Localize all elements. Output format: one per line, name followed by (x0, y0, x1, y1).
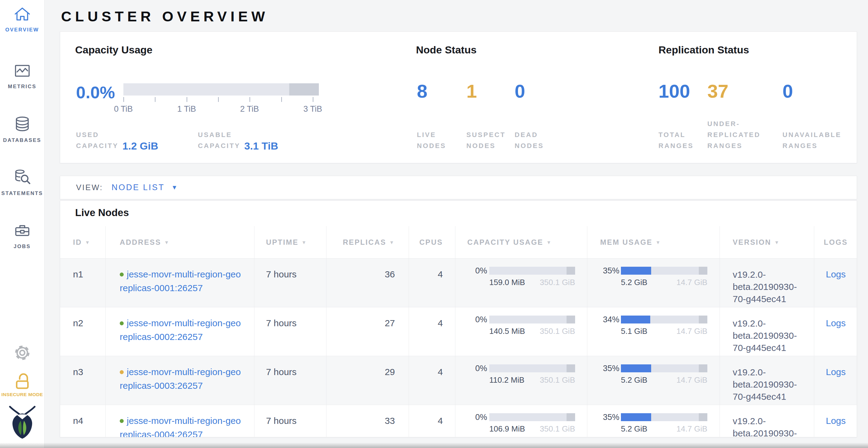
status-dot (120, 321, 124, 325)
usable-capacity-value: 3.1 TiB (244, 140, 278, 152)
node-version: v19.2.0- beta.20190930- 70-g445ec41 (733, 318, 797, 353)
node-address-cell: jesse-movr-multi-region-geo replicas-000… (106, 356, 254, 405)
node-logs-cell: Logs (814, 356, 857, 405)
capacity-percent: 0% (455, 267, 487, 275)
node-version-cell: v19.2.0- beta.20190930- 70-g445ec41 (720, 356, 814, 405)
window-bottom-shadow (0, 443, 868, 448)
view-selector[interactable]: NODE LIST (112, 183, 165, 192)
total-ranges-label: TOTAL RANGES (658, 129, 693, 151)
mem-meter (621, 267, 707, 275)
capacity-used: 140.5 MiB (489, 326, 525, 336)
node-uptime: 7 hours (254, 307, 327, 356)
capacity-usage-title: Capacity Usage (75, 44, 152, 56)
node-address-cell: jesse-movr-multi-region-geo replicas-000… (106, 307, 254, 356)
axis-tick-label: 1 TiB (165, 104, 208, 114)
page-title: CLUSTER OVERVIEW (61, 8, 269, 25)
node-address-link[interactable]: jesse-movr-multi-region-geo replicas-000… (120, 269, 241, 293)
node-address-link[interactable]: jesse-movr-multi-region-geo replicas-000… (120, 318, 241, 342)
suspect-nodes-count: 1 (466, 80, 477, 102)
node-version: v19.2.0- beta.20190930- 70-g445ec41 (733, 270, 797, 304)
mem-total: 14.7 GiB (677, 424, 707, 434)
node-capacity-cell: 0% 110.2 MiB350.1 GiB (455, 356, 587, 405)
mem-used: 5.2 GiB (621, 277, 648, 287)
sidebar-item-jobs[interactable]: JOBS (0, 223, 44, 250)
column-header-mem-usage[interactable]: MEM USAGE▼ (587, 226, 720, 258)
capacity-total: 350.1 GiB (540, 277, 575, 287)
node-uptime: 7 hours (254, 356, 327, 405)
capacity-percent: 0% (455, 413, 487, 421)
node-cpus: 4 (409, 405, 455, 437)
mem-meter (621, 316, 707, 323)
capacity-percent: 0% (455, 315, 487, 324)
node-capacity-cell: 0% 159.0 MiB350.1 GiB (455, 259, 587, 307)
cockroachdb-logo-icon (0, 405, 44, 441)
node-mem-cell: 35% 5.2 GiB14.7 GiB (587, 356, 720, 405)
under-replicated-ranges-label: UNDER- REPLICATED RANGES (707, 118, 761, 151)
capacity-meter (489, 267, 575, 275)
node-address-link[interactable]: jesse-movr-multi-region-geo replicas-000… (120, 367, 241, 391)
sort-desc-icon: ▼ (302, 240, 307, 245)
node-cpus: 4 (409, 259, 455, 307)
cluster-summary-card: Capacity Usage 0.0% 0 TiB 1 TiB 2 TiB 3 … (60, 31, 857, 163)
logs-link[interactable]: Logs (826, 318, 846, 328)
capacity-total: 350.1 GiB (540, 375, 575, 385)
sidebar: OVERVIEW METRICS DATABASES (0, 0, 44, 448)
database-search-icon (0, 169, 44, 185)
capacity-meter (489, 413, 575, 421)
sidebar-item-metrics[interactable]: METRICS (0, 63, 44, 90)
column-header-version[interactable]: VERSION▼ (720, 226, 814, 258)
capacity-total: 350.1 GiB (540, 424, 575, 434)
column-header-replicas[interactable]: REPLICAS▼ (327, 226, 409, 258)
status-dot (120, 370, 124, 374)
column-header-uptime[interactable]: UPTIME▼ (254, 226, 327, 258)
insecure-mode-label: INSECURE MODE (0, 392, 44, 397)
column-header-capacity-usage[interactable]: CAPACITY USAGE▼ (455, 226, 587, 258)
logs-link[interactable]: Logs (826, 416, 846, 426)
capacity-bar (123, 83, 319, 96)
node-mem-cell: 34% 5.1 GiB14.7 GiB (587, 307, 720, 356)
sidebar-item-label: JOBS (0, 244, 44, 250)
capacity-axis (123, 97, 319, 102)
capacity-meter (489, 365, 575, 372)
mem-meter (621, 365, 707, 372)
database-icon (0, 116, 44, 132)
mem-used: 5.1 GiB (621, 326, 648, 336)
insecure-mode-indicator[interactable]: INSECURE MODE (0, 371, 44, 397)
suspect-nodes-label: SUSPECT NODES (466, 129, 505, 151)
mem-percent: 34% (587, 315, 619, 324)
chevron-down-icon[interactable]: ▼ (171, 184, 178, 191)
node-status-title: Node Status (416, 44, 476, 56)
node-logs-cell: Logs (814, 259, 857, 307)
sidebar-item-label: DATABASES (0, 137, 44, 143)
settings-button[interactable] (0, 344, 44, 362)
live-nodes-card: Live Nodes ID▼ ADDRESS▼ UPTIME▼ REPLICAS… (60, 201, 857, 437)
logs-link[interactable]: Logs (826, 269, 846, 279)
axis-tick-label: 0 TiB (102, 104, 145, 114)
logs-link[interactable]: Logs (826, 367, 846, 377)
capacity-percent: 0% (455, 364, 487, 373)
capacity-total: 350.1 GiB (540, 326, 575, 336)
node-id: n1 (60, 259, 106, 307)
node-version-cell: v19.2.0- beta.20190930- 70-g445ec41 (720, 405, 814, 437)
mem-total: 14.7 GiB (677, 326, 707, 336)
table-header-row: ID▼ ADDRESS▼ UPTIME▼ REPLICAS▼ CPUS CAPA… (60, 226, 857, 258)
mem-used: 5.2 GiB (621, 424, 648, 434)
capacity-percent: 0.0% (76, 82, 115, 102)
sidebar-item-overview[interactable]: OVERVIEW (0, 6, 44, 33)
sidebar-item-statements[interactable]: STATEMENTS (0, 169, 44, 197)
capacity-used: 159.0 MiB (489, 277, 525, 287)
node-address-cell: jesse-movr-multi-region-geo replicas-000… (106, 405, 254, 437)
dead-nodes-label: DEAD NODES (515, 129, 544, 151)
home-icon (0, 6, 44, 22)
used-capacity-value: 1.2 GiB (122, 140, 158, 152)
column-header-id[interactable]: ID▼ (60, 226, 106, 258)
column-header-address[interactable]: ADDRESS▼ (106, 226, 254, 258)
sidebar-item-label: STATEMENTS (0, 191, 44, 197)
column-header-logs: LOGS (814, 226, 857, 258)
node-address-link[interactable]: jesse-movr-multi-region-geo replicas-000… (120, 416, 241, 437)
sidebar-item-databases[interactable]: DATABASES (0, 116, 44, 143)
node-logs-cell: Logs (814, 307, 857, 356)
axis-tick-label: 3 TiB (291, 104, 334, 114)
live-nodes-label: LIVE NODES (417, 129, 446, 151)
table-row: n1 jesse-movr-multi-region-geo replicas-… (60, 258, 857, 307)
